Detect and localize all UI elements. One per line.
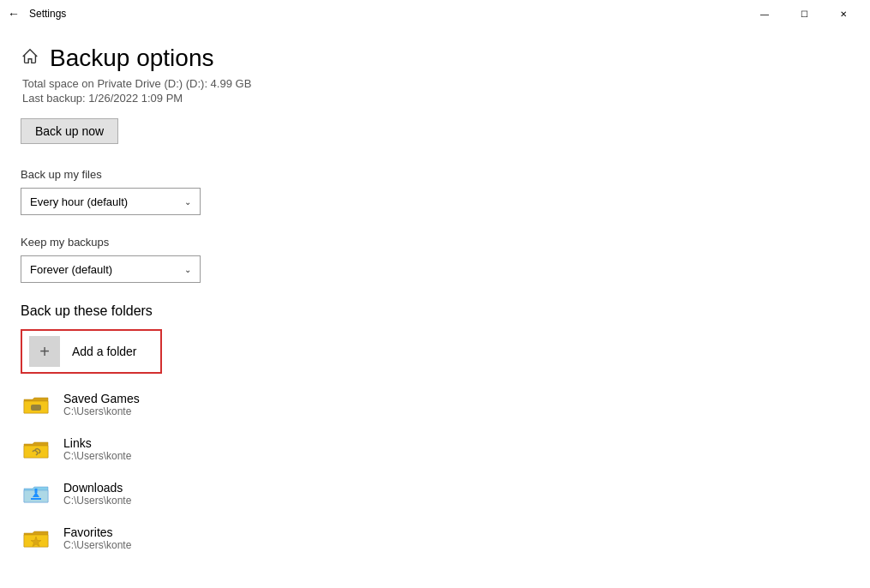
- links-path: C:\Users\konte: [63, 450, 131, 462]
- favorites-name: Favorites: [63, 525, 131, 539]
- svg-rect-2: [31, 405, 41, 411]
- downloads-name: Downloads: [63, 481, 131, 495]
- list-item: Downloads C:\Users\konte: [21, 478, 849, 509]
- add-folder-plus-icon: +: [29, 336, 60, 367]
- list-item: Links C:\Users\konte: [21, 434, 849, 465]
- main-content: Backup options Total space on Private Dr…: [0, 27, 870, 585]
- retention-chevron-icon: ⌄: [184, 265, 191, 274]
- favorites-icon: [21, 523, 51, 554]
- frequency-dropdown[interactable]: Every hour (default) ⌄: [21, 188, 201, 215]
- total-space-text: Total space on Private Drive (D:) (D:): …: [22, 77, 849, 90]
- page-header: Backup options: [21, 45, 849, 72]
- svg-rect-9: [31, 498, 41, 500]
- page-title: Backup options: [50, 45, 213, 72]
- keep-backups-label: Keep my backups: [21, 236, 849, 249]
- folders-section-title: Back up these folders: [21, 303, 849, 319]
- minimize-button[interactable]: —: [745, 0, 784, 27]
- saved-games-info: Saved Games C:\Users\konte: [63, 392, 140, 417]
- saved-games-icon: [21, 389, 51, 420]
- favorites-path: C:\Users\konte: [63, 539, 131, 551]
- last-backup-text: Last backup: 1/26/2022 1:09 PM: [22, 92, 849, 105]
- favorites-info: Favorites C:\Users\konte: [63, 525, 131, 551]
- frequency-chevron-icon: ⌄: [184, 197, 191, 207]
- retention-value: Forever (default): [30, 263, 112, 276]
- links-info: Links C:\Users\konte: [63, 436, 131, 462]
- titlebar: ← Settings — ☐ ✕: [0, 0, 870, 27]
- saved-games-name: Saved Games: [63, 392, 140, 405]
- home-icon: [21, 47, 39, 70]
- svg-rect-8: [35, 489, 38, 493]
- saved-games-path: C:\Users\konte: [63, 405, 140, 417]
- frequency-value: Every hour (default): [30, 195, 128, 208]
- list-item: Saved Games C:\Users\konte: [21, 389, 849, 420]
- list-item: Favorites C:\Users\konte: [21, 523, 849, 554]
- downloads-info: Downloads C:\Users\konte: [63, 481, 131, 507]
- titlebar-title: Settings: [29, 8, 66, 20]
- backup-now-button[interactable]: Back up now: [21, 118, 118, 144]
- back-up-files-label: Back up my files: [21, 168, 849, 181]
- add-folder-button[interactable]: + Add a folder: [21, 329, 162, 374]
- retention-dropdown[interactable]: Forever (default) ⌄: [21, 255, 201, 283]
- links-name: Links: [63, 436, 131, 450]
- back-arrow-icon[interactable]: ←: [7, 7, 21, 21]
- maximize-button[interactable]: ☐: [784, 0, 824, 27]
- titlebar-left: ← Settings: [7, 7, 66, 21]
- links-icon: [21, 434, 51, 465]
- titlebar-controls: — ☐ ✕: [745, 0, 863, 27]
- close-button[interactable]: ✕: [824, 0, 863, 27]
- downloads-icon: [21, 478, 51, 509]
- add-folder-label: Add a folder: [72, 345, 137, 358]
- downloads-path: C:\Users\konte: [63, 495, 131, 507]
